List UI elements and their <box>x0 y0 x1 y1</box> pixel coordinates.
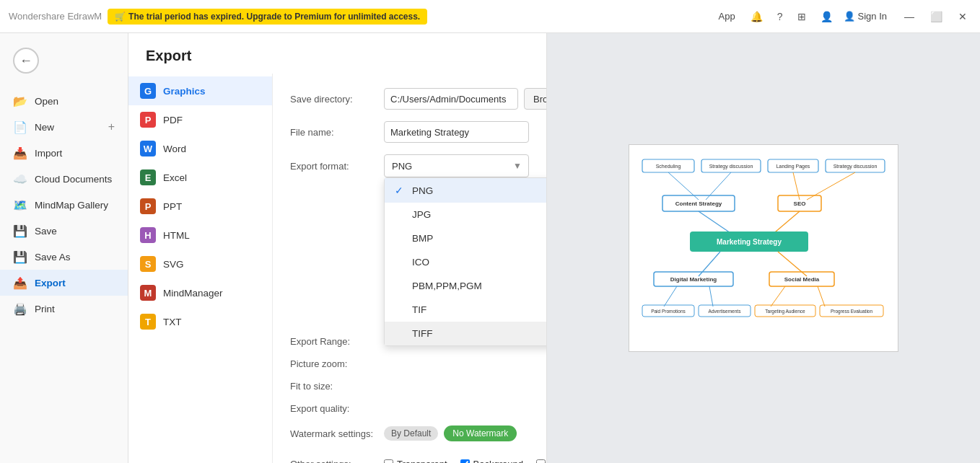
export-nav-word[interactable]: W Word <box>128 134 272 163</box>
graphics-nav-label: Graphics <box>163 86 206 97</box>
sidebar-item-open[interactable]: 📂 Open <box>0 88 128 114</box>
sidebar-item-saveas[interactable]: 💾 Save As <box>0 244 128 270</box>
sidebar-item-cloud[interactable]: ☁️ Cloud Documents <box>0 166 128 192</box>
format-tif: TIF <box>412 304 426 315</box>
svg-text:SEO: SEO <box>794 200 806 207</box>
main-content: Export G Graphics P PDF W Word E Excel P… <box>128 33 980 463</box>
format-select[interactable]: PNG <box>384 154 529 177</box>
mindmanager-nav-label: MindManager <box>163 288 223 299</box>
close-button[interactable]: ✕ <box>954 9 971 24</box>
save-label: Save <box>35 226 57 237</box>
toggle-icon-checkbox[interactable] <box>536 459 546 464</box>
export-nav-html[interactable]: H HTML <box>128 221 272 250</box>
export-nav-pdf[interactable]: P PDF <box>128 105 272 134</box>
grid-button[interactable]: ⊞ <box>794 9 810 24</box>
minimize-button[interactable]: — <box>900 9 919 24</box>
user-icon[interactable]: 👤 <box>817 9 836 24</box>
dropdown-item-pbm[interactable]: PBM,PPM,PGM <box>385 274 546 298</box>
svg-line-29 <box>818 286 825 307</box>
import-label: Import <box>35 148 62 159</box>
dropdown-item-png[interactable]: ✓ PNG <box>385 178 546 203</box>
export-range-label: Export Range: <box>290 336 384 347</box>
svg-text:Advertisements: Advertisements <box>709 309 742 314</box>
transparent-checkbox-item[interactable]: Transparent <box>384 459 447 464</box>
dropdown-item-tiff[interactable]: TIFF <box>385 322 546 345</box>
top-bar: Wondershare EdrawM 🛒 The trial period ha… <box>0 0 980 33</box>
export-form: Save directory: Browse File name: Export… <box>273 74 546 463</box>
watermark-row: Watermark settings: By Default No Waterm… <box>290 425 529 441</box>
dropdown-item-bmp[interactable]: BMP <box>385 226 546 250</box>
save-directory-label: Save directory: <box>290 94 384 105</box>
transparent-checkbox[interactable] <box>384 459 393 464</box>
sidebar-item-gallery[interactable]: 🗺️ MindMap Gallery <box>0 192 128 218</box>
sidebar-item-print[interactable]: 🖨️ Print <box>0 296 128 322</box>
save-directory-input[interactable] <box>384 88 518 110</box>
upgrade-button[interactable]: 🛒 The trial period has expired. Upgrade … <box>108 9 427 25</box>
export-panel: Export G Graphics P PDF W Word E Excel P… <box>128 33 547 463</box>
export-icon: 📤 <box>13 275 27 290</box>
fit-to-size-label: Fit to size: <box>290 381 384 392</box>
format-png: PNG <box>412 185 433 196</box>
dropdown-item-tif[interactable]: TIF <box>385 298 546 322</box>
help-button[interactable]: ? <box>774 9 787 24</box>
dropdown-item-jpg[interactable]: JPG <box>385 203 546 226</box>
watermark-options: By Default No Watermark <box>384 425 517 441</box>
format-pbm: PBM,PPM,PGM <box>412 281 482 291</box>
format-select-wrapper: PNG ▼ ✓ PNG JPG <box>384 154 529 177</box>
dropdown-item-ico[interactable]: ICO <box>385 250 546 274</box>
saveas-icon: 💾 <box>13 250 27 264</box>
export-nav-txt[interactable]: T TXT <box>128 307 272 336</box>
background-checkbox[interactable] <box>460 459 470 464</box>
sidebar-item-new[interactable]: 📄 New + <box>0 114 128 140</box>
app-button[interactable]: App <box>714 9 740 23</box>
sidebar-item-import[interactable]: 📥 Import <box>0 140 128 166</box>
export-label: Export <box>35 278 66 288</box>
toggle-icon-checkbox-item[interactable]: Toggle icon <box>536 453 546 463</box>
svg-nav-label: SVG <box>163 259 184 270</box>
fit-to-size-row: Fit to size: <box>290 381 529 392</box>
diagram-card: Scheduling Strategy discussion Landing P… <box>629 144 898 352</box>
export-nav-mindmanager[interactable]: M MindManager <box>128 278 272 307</box>
new-icon: 📄 <box>13 120 27 134</box>
bell-icon[interactable]: 🔔 <box>747 9 766 24</box>
preview-area: Scheduling Strategy discussion Landing P… <box>547 33 980 463</box>
svg-line-20 <box>699 252 720 276</box>
cloud-icon: ☁️ <box>13 172 27 186</box>
maximize-button[interactable]: ⬜ <box>926 9 947 24</box>
checkbox-row: Transparent Background Toggle icon <box>384 453 546 463</box>
svg-line-21 <box>778 252 807 276</box>
diagram-svg: Scheduling Strategy discussion Landing P… <box>641 156 886 337</box>
save-icon: 💾 <box>13 224 27 238</box>
export-nav-ppt[interactable]: P PPT <box>128 192 272 221</box>
save-directory-control: Browse <box>384 88 546 110</box>
back-button[interactable]: ← <box>13 48 39 74</box>
export-format-label: Export format: <box>290 161 384 172</box>
sidebar-item-save[interactable]: 💾 Save <box>0 218 128 244</box>
ppt-nav-label: PPT <box>163 201 182 212</box>
window-controls: — ⬜ ✕ <box>900 9 971 24</box>
sign-in-button[interactable]: 👤 Sign In <box>844 11 887 22</box>
format-bmp: BMP <box>412 233 433 244</box>
file-name-input[interactable] <box>384 121 529 143</box>
browse-button[interactable]: Browse <box>524 88 546 110</box>
background-checkbox-item[interactable]: Background <box>460 459 523 464</box>
sign-in-label: Sign In <box>858 11 887 22</box>
file-name-row: File name: <box>290 121 529 143</box>
svg-text:Landing Pages: Landing Pages <box>776 164 810 169</box>
watermark-settings-label: Watermark settings: <box>290 428 384 439</box>
ppt-nav-icon: P <box>140 198 156 214</box>
export-nav-graphics[interactable]: G Graphics <box>128 76 272 105</box>
format-dropdown: ✓ PNG JPG BMP <box>384 177 546 346</box>
sidebar-item-export[interactable]: 📤 Export <box>0 270 128 296</box>
graphics-nav-icon: G <box>140 83 156 99</box>
export-nav-excel[interactable]: E Excel <box>128 163 272 192</box>
svg-text:Strategy discussion: Strategy discussion <box>709 164 753 169</box>
no-watermark-button[interactable]: No Watermark <box>444 425 517 441</box>
gallery-icon: 🗺️ <box>13 198 27 212</box>
app-name-label: Wondershare EdrawM <box>9 11 102 22</box>
export-nav-svg[interactable]: S SVG <box>128 250 272 278</box>
pdf-nav-label: PDF <box>163 115 183 125</box>
cart-icon: 🛒 <box>115 12 126 22</box>
svg-text:Targeting Audience: Targeting Audience <box>765 309 805 314</box>
svg-line-28 <box>771 286 785 307</box>
